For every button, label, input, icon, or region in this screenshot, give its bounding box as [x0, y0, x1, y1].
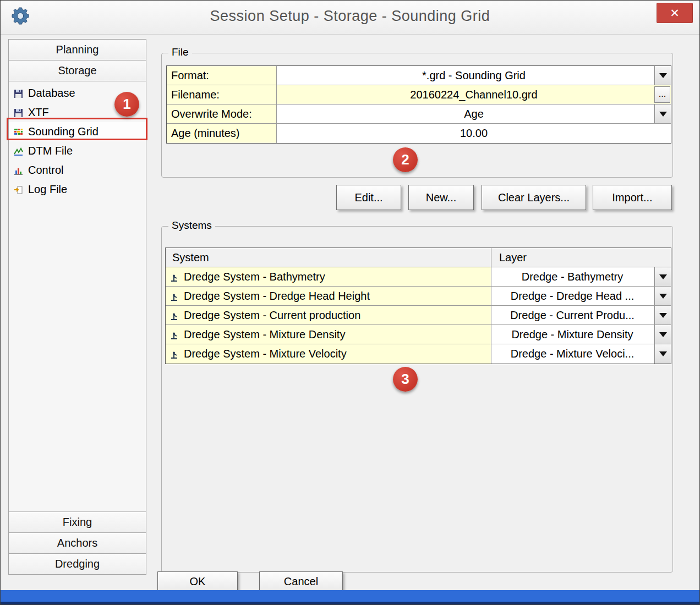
dredge-system-icon	[170, 349, 179, 359]
system-cell[interactable]: Dredge System - Bathymetry	[166, 267, 491, 286]
layer-cell[interactable]: Dredge - Mixture Density	[491, 325, 671, 344]
layer-dropdown-icon[interactable]	[654, 344, 671, 364]
sounding-grid-icon	[14, 127, 23, 136]
format-value-text: *.grd - Sounding Grid	[422, 69, 526, 82]
file-row-overwrite-mode: Overwrite Mode: Age	[167, 105, 671, 124]
layer-dropdown-icon[interactable]	[654, 267, 671, 286]
file-row-filename: Filename: 20160224_Channel10.grd ...	[167, 85, 671, 105]
system-cell[interactable]: Dredge System - Mixture Velocity	[166, 344, 491, 364]
file-command-buttons: Edit... New... Clear Layers... Import...	[1, 185, 700, 210]
sidebar-section-fixing[interactable]: Fixing	[9, 512, 146, 532]
filename-value-text: 20160224_Channel10.grd	[410, 89, 537, 101]
table-row: Dredge System - Current production Dredg…	[166, 306, 671, 325]
systems-group: Systems System Layer Dredge System - Bat…	[161, 226, 673, 573]
session-setup-dialog: Session Setup - Storage - Sounding Grid …	[0, 0, 700, 605]
file-group-title: File	[168, 46, 192, 58]
age-minutes-value-text: 10.00	[460, 127, 488, 140]
layer-cell[interactable]: Dredge - Mixture Veloci...	[491, 344, 671, 364]
age-minutes-label: Age (minutes)	[167, 124, 277, 143]
sidebar-item-sounding-grid[interactable]: Sounding Grid	[9, 122, 146, 141]
import-button[interactable]: Import...	[593, 185, 672, 210]
systems-table: System Layer Dredge System - Bathymetry …	[165, 248, 671, 364]
layer-cell-text: Dredge - Mixture Veloci...	[511, 348, 635, 360]
sidebar-item-label: Database	[28, 87, 75, 100]
layer-cell-text: Dredge - Current Produ...	[510, 309, 635, 322]
sidebar-item-dtm-file[interactable]: DTM File	[9, 141, 146, 161]
edit-button[interactable]: Edit...	[336, 185, 401, 210]
sidebar-item-label: DTM File	[28, 145, 73, 157]
layer-column-header: Layer	[491, 248, 671, 267]
layer-cell-text: Dredge - Bathymetry	[522, 271, 624, 283]
table-row: Dredge System - Mixture Density Dredge -…	[166, 325, 671, 344]
database-icon	[14, 89, 23, 98]
layer-cell-text: Dredge - Dredge Head ...	[511, 290, 635, 302]
system-column-header: System	[166, 248, 491, 267]
browse-button[interactable]: ...	[654, 86, 670, 103]
xtf-icon	[14, 108, 23, 117]
system-cell[interactable]: Dredge System - Current production	[166, 306, 491, 324]
dtm-file-icon	[14, 146, 23, 156]
sidebar-item-label: Sounding Grid	[28, 125, 99, 138]
system-cell-text: Dredge System - Dredge Head Height	[184, 290, 370, 302]
new-button[interactable]: New...	[408, 185, 474, 210]
sidebar-section-planning[interactable]: Planning	[9, 40, 146, 61]
age-minutes-value[interactable]: 10.00	[277, 124, 671, 143]
control-icon	[14, 166, 23, 175]
sidebar-item-label: XTF	[28, 106, 49, 119]
close-button[interactable]: ✕	[657, 3, 693, 23]
table-row: Dredge System - Dredge Head Height Dredg…	[166, 287, 671, 306]
system-cell-text: Dredge System - Mixture Velocity	[184, 348, 347, 360]
sidebar-item-label: Control	[28, 164, 63, 177]
overwrite-mode-label: Overwrite Mode:	[167, 105, 277, 123]
table-row: Dredge System - Mixture Velocity Dredge …	[166, 344, 671, 364]
clear-layers-button[interactable]: Clear Layers...	[482, 185, 586, 210]
format-label: Format:	[167, 66, 277, 85]
layer-cell[interactable]: Dredge - Bathymetry	[491, 267, 671, 286]
annotation-badge-3: 3	[393, 367, 418, 392]
layer-cell[interactable]: Dredge - Dredge Head ...	[491, 287, 671, 305]
table-row: Dredge System - Bathymetry Dredge - Bath…	[166, 267, 671, 287]
format-value[interactable]: *.grd - Sounding Grid	[277, 66, 671, 85]
file-row-format: Format: *.grd - Sounding Grid	[167, 66, 671, 85]
filename-label: Filename:	[167, 85, 277, 104]
overwrite-mode-value[interactable]: Age	[277, 105, 671, 123]
file-row-age-minutes: Age (minutes) 10.00	[167, 124, 671, 143]
bottom-blue-band	[1, 590, 699, 605]
layer-dropdown-icon[interactable]	[654, 287, 671, 305]
sidebar: Planning Storage Database XTF	[8, 39, 146, 575]
annotation-badge-1: 1	[114, 92, 139, 117]
filename-value[interactable]: 20160224_Channel10.grd ...	[277, 85, 671, 104]
systems-table-header: System Layer	[166, 248, 671, 267]
dredge-system-icon	[170, 311, 179, 320]
systems-group-title: Systems	[168, 219, 215, 232]
sidebar-section-storage[interactable]: Storage	[9, 61, 146, 81]
sidebar-section-anchors[interactable]: Anchors	[9, 532, 146, 553]
sidebar-spacer	[9, 199, 146, 512]
layer-cell-text: Dredge - Mixture Density	[511, 328, 633, 341]
sidebar-section-dredging[interactable]: Dredging	[9, 553, 146, 574]
layer-dropdown-icon[interactable]	[654, 325, 671, 344]
overwrite-mode-dropdown-icon[interactable]	[654, 105, 671, 123]
file-table: Format: *.grd - Sounding Grid Filename: …	[166, 65, 671, 144]
format-dropdown-icon[interactable]	[654, 66, 671, 85]
system-cell[interactable]: Dredge System - Mixture Density	[166, 325, 491, 344]
system-cell-text: Dredge System - Current production	[184, 309, 360, 322]
system-cell-text: Dredge System - Bathymetry	[184, 271, 325, 283]
overwrite-mode-value-text: Age	[464, 108, 484, 120]
titlebar: Session Setup - Storage - Sounding Grid …	[1, 1, 699, 35]
layer-cell[interactable]: Dredge - Current Produ...	[491, 306, 671, 324]
dredge-system-icon	[170, 330, 179, 339]
system-cell[interactable]: Dredge System - Dredge Head Height	[166, 287, 491, 305]
dredge-system-icon	[170, 272, 179, 282]
system-cell-text: Dredge System - Mixture Density	[184, 328, 345, 341]
annotation-badge-2: 2	[393, 147, 418, 172]
dredge-system-icon	[170, 292, 179, 301]
layer-dropdown-icon[interactable]	[654, 306, 671, 324]
window-title: Session Setup - Storage - Sounding Grid	[1, 8, 699, 25]
sidebar-item-control[interactable]: Control	[9, 161, 146, 180]
